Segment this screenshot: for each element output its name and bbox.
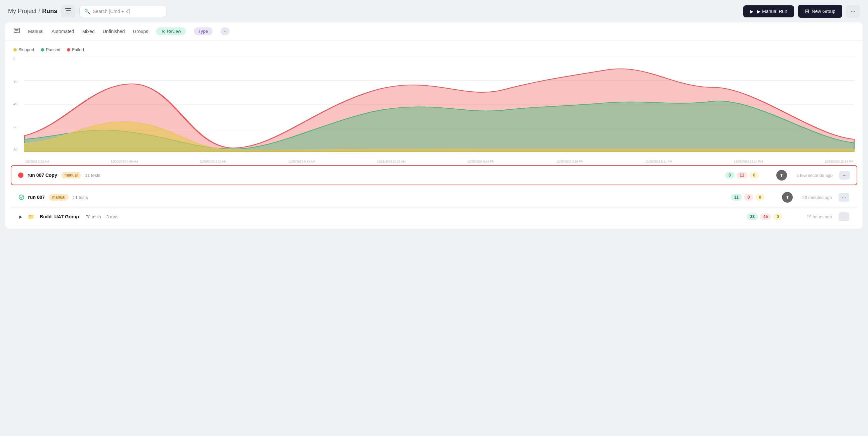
ellipsis-icon: ··· bbox=[851, 8, 855, 14]
skipped-dot bbox=[13, 48, 17, 52]
status-icon-passed bbox=[19, 195, 24, 200]
tab-bar: Manual Automated Mixed Unfinished Groups… bbox=[5, 23, 863, 40]
count-green-007-copy: 0 bbox=[725, 172, 735, 178]
folder-icon: 📁 bbox=[28, 214, 34, 220]
x-axis-labels: /25/2023 2:22 AM 12/20/2023 2:06 AM 12/2… bbox=[24, 153, 855, 163]
count-yellow-007-copy: 0 bbox=[749, 172, 759, 178]
chart-svg-area bbox=[24, 56, 855, 153]
count-green-007: 11 bbox=[731, 194, 742, 201]
time-007: 23 minutes ago bbox=[802, 195, 832, 200]
tab-automated[interactable]: Automated bbox=[52, 27, 74, 35]
tab-mixed[interactable]: Mixed bbox=[82, 27, 95, 35]
run-name-007: run 007 bbox=[28, 195, 45, 200]
count-badges-007-copy: 0 11 0 bbox=[725, 172, 759, 178]
filter-button[interactable] bbox=[61, 5, 75, 18]
tab-badge-to-review[interactable]: To Review bbox=[156, 27, 186, 35]
failed-dot bbox=[67, 48, 70, 52]
more-button-uat[interactable]: ··· bbox=[839, 212, 849, 221]
runs-count-uat: 3 runs bbox=[106, 214, 119, 219]
time-007-copy: a few seconds ago bbox=[796, 173, 833, 178]
main-content: Manual Automated Mixed Unfinished Groups… bbox=[5, 23, 863, 229]
run-name-007-copy: run 007 Copy bbox=[27, 172, 57, 178]
new-group-icon: ⊞ bbox=[805, 8, 809, 14]
tests-count-007: 11 tests bbox=[72, 195, 88, 200]
count-yellow-uat: 0 bbox=[773, 213, 782, 220]
tab-more[interactable]: ·· bbox=[220, 27, 229, 35]
run-name-uat: Build: UAT Group bbox=[40, 214, 79, 219]
breadcrumb: My Project / Runs bbox=[8, 8, 57, 15]
tests-count-007-copy: 11 tests bbox=[85, 173, 100, 178]
more-options-button[interactable]: ··· bbox=[846, 5, 860, 18]
legend-skipped: Skipped bbox=[13, 47, 34, 52]
tab-badge-type[interactable]: Type bbox=[194, 27, 213, 35]
tab-manual[interactable]: Manual bbox=[28, 27, 43, 35]
y-axis-labels: 80 60 40 20 0 bbox=[13, 56, 24, 153]
avatar-007: T bbox=[782, 192, 793, 203]
legend: Skipped Passed Failed bbox=[13, 47, 855, 52]
page-title: Runs bbox=[42, 8, 57, 15]
run-row-uat-group[interactable]: ▶ 📁 Build: UAT Group 78 tests 3 runs 33 … bbox=[11, 208, 857, 226]
passed-dot bbox=[41, 48, 44, 52]
legend-failed: Failed bbox=[67, 47, 84, 52]
project-name: My Project bbox=[8, 8, 36, 15]
manual-run-label: ▶ Manual Run bbox=[757, 9, 787, 14]
count-badges-007: 11 0 0 bbox=[731, 194, 765, 201]
tab-unfinished[interactable]: Unfinished bbox=[103, 27, 125, 35]
new-group-label: New Group bbox=[812, 9, 836, 14]
skipped-label: Skipped bbox=[19, 47, 34, 52]
run-row-007[interactable]: run 007 manual 11 tests 11 0 0 T 23 minu… bbox=[11, 187, 857, 208]
status-icon-failed bbox=[18, 172, 24, 178]
search-icon: 🔍 bbox=[84, 9, 90, 14]
tab-groups[interactable]: Groups bbox=[133, 27, 148, 35]
topbar: My Project / Runs 🔍 Search [Cmd + K] ▶ ▶… bbox=[0, 0, 868, 23]
count-badges-uat: 33 45 0 bbox=[747, 213, 783, 220]
chart-container: 80 60 40 20 0 bbox=[13, 56, 855, 163]
count-green-uat: 33 bbox=[747, 213, 758, 220]
runs-list: run 007 Copy manual 11 tests 0 11 0 T a … bbox=[5, 165, 863, 229]
runs-icon bbox=[13, 27, 20, 35]
tests-count-uat: 78 tests bbox=[86, 214, 101, 219]
count-yellow-007: 0 bbox=[755, 194, 765, 201]
search-placeholder: Search [Cmd + K] bbox=[93, 9, 130, 14]
time-uat: 19 hours ago bbox=[806, 214, 832, 219]
count-red-007: 0 bbox=[744, 194, 753, 201]
play-icon: ▶ bbox=[750, 9, 753, 14]
badge-manual-007: manual bbox=[49, 194, 69, 201]
avatar-007-copy: T bbox=[776, 170, 787, 180]
count-red-007-copy: 11 bbox=[737, 172, 747, 178]
badge-manual-007-copy: manual bbox=[61, 172, 81, 178]
legend-passed: Passed bbox=[41, 47, 60, 52]
manual-run-button[interactable]: ▶ ▶ Manual Run bbox=[743, 5, 794, 18]
chart-section: Skipped Passed Failed 80 60 40 20 0 bbox=[5, 40, 863, 163]
failed-label: Failed bbox=[72, 47, 84, 52]
breadcrumb-separator: / bbox=[38, 8, 40, 15]
run-row-007-copy[interactable]: run 007 Copy manual 11 tests 0 11 0 T a … bbox=[11, 165, 857, 185]
count-red-uat: 45 bbox=[760, 213, 771, 220]
more-button-007[interactable]: ··· bbox=[839, 193, 849, 202]
chevron-icon[interactable]: ▶ bbox=[19, 214, 23, 219]
new-group-button[interactable]: ⊞ New Group bbox=[798, 5, 842, 18]
search-box[interactable]: 🔍 Search [Cmd + K] bbox=[79, 6, 166, 17]
more-button-007-copy[interactable]: ··· bbox=[839, 171, 850, 179]
passed-label: Passed bbox=[46, 47, 60, 52]
